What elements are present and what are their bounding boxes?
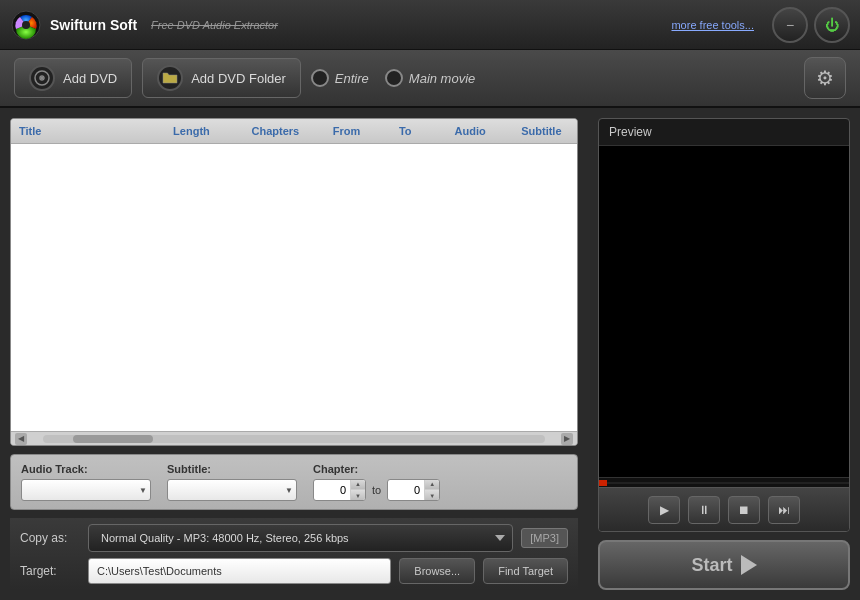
app-subtitle: Free DVD Audio Extractor <box>151 19 278 31</box>
chapter-to-wrap: ▲ ▼ <box>387 479 440 501</box>
scroll-left-arrow[interactable]: ◀ <box>15 433 27 445</box>
chapter-group: Chapter: ▲ ▼ to <box>313 463 440 501</box>
col-title: Title <box>11 123 150 139</box>
right-panel: Preview ▶ ⏸ ⏹ ⏭ St <box>588 108 860 600</box>
preview-screen <box>599 146 849 477</box>
table-scrollbar[interactable]: ◀ ▶ <box>11 431 577 445</box>
browse-button[interactable]: Browse... <box>399 558 475 584</box>
start-label: Start <box>691 555 732 576</box>
folder-icon <box>157 65 183 91</box>
app-name: Swifturn Soft <box>50 17 137 33</box>
gear-icon: ⚙ <box>816 66 834 90</box>
chapter-from-wrap: ▲ ▼ <box>313 479 366 501</box>
svg-point-4 <box>41 77 43 79</box>
table-header: Title Length Chapters From To Audio Subt… <box>11 119 577 144</box>
progress-track <box>599 482 849 483</box>
chapter-to-down[interactable]: ▼ <box>425 490 439 501</box>
dvd-icon <box>29 65 55 91</box>
radio-main-movie-circle <box>385 69 403 87</box>
add-dvd-button[interactable]: Add DVD <box>14 58 132 98</box>
play-button[interactable]: ▶ <box>648 496 680 524</box>
format-badge: [MP3] <box>521 528 568 548</box>
col-to: To <box>376 123 435 139</box>
add-dvd-label: Add DVD <box>63 71 117 86</box>
stop-button[interactable]: ⏹ <box>728 496 760 524</box>
preview-label: Preview <box>599 119 849 146</box>
chapter-to-up[interactable]: ▲ <box>425 479 439 490</box>
scroll-right-arrow[interactable]: ▶ <box>561 433 573 445</box>
power-button[interactable]: ⏻ <box>814 7 850 43</box>
add-dvd-folder-label: Add DVD Folder <box>191 71 286 86</box>
radio-main-movie[interactable]: Main movie <box>385 69 475 87</box>
power-icon: ⏻ <box>825 17 839 33</box>
start-button[interactable]: Start <box>598 540 850 590</box>
target-label: Target: <box>20 564 80 578</box>
stop-icon: ⏹ <box>738 503 750 517</box>
chapter-to-input[interactable] <box>388 482 424 498</box>
settings-button[interactable]: ⚙ <box>804 57 846 99</box>
minimize-button[interactable]: − <box>772 7 808 43</box>
add-dvd-folder-button[interactable]: Add DVD Folder <box>142 58 301 98</box>
left-panel: Title Length Chapters From To Audio Subt… <box>0 108 588 600</box>
target-path-input[interactable] <box>88 558 391 584</box>
chapter-from-spinners: ▲ ▼ <box>350 479 365 501</box>
player-controls: ▶ ⏸ ⏹ ⏭ <box>599 487 849 531</box>
chapter-from-down[interactable]: ▼ <box>351 490 365 501</box>
controls-area: Audio Track: ▼ Subtitle: ▼ Chapter: <box>10 454 578 510</box>
radio-entire-label: Entire <box>335 71 369 86</box>
start-triangle-icon <box>741 555 757 575</box>
progress-indicator <box>599 480 607 486</box>
col-chapters: Chapters <box>233 123 317 139</box>
audio-track-group: Audio Track: ▼ <box>21 463 151 501</box>
col-length: Length <box>150 123 234 139</box>
chapter-label: Chapter: <box>313 463 440 475</box>
chapter-from-up[interactable]: ▲ <box>351 479 365 490</box>
copy-as-label: Copy as: <box>20 531 80 545</box>
target-row: Target: Browse... Find Target <box>20 558 568 584</box>
chapter-row: ▲ ▼ to ▲ ▼ <box>313 479 440 501</box>
pause-icon: ⏸ <box>698 503 710 517</box>
minimize-icon: − <box>786 17 794 33</box>
scrollbar-thumb[interactable] <box>73 435 153 443</box>
col-from: From <box>317 123 376 139</box>
progress-bar[interactable] <box>599 477 849 487</box>
copy-row: Copy as: Normal Quality - MP3: 48000 Hz,… <box>20 524 568 552</box>
toolbar: Add DVD Add DVD Folder Entire Main movie… <box>0 50 860 108</box>
format-select[interactable]: Normal Quality - MP3: 48000 Hz, Stereo, … <box>88 524 513 552</box>
col-subtitle: Subtitle <box>506 123 577 139</box>
logo-area: Swifturn Soft Free DVD Audio Extractor <box>10 9 278 41</box>
chapter-to-spinners: ▲ ▼ <box>424 479 439 501</box>
find-target-button[interactable]: Find Target <box>483 558 568 584</box>
header: Swifturn Soft Free DVD Audio Extractor m… <box>0 0 860 50</box>
next-icon: ⏭ <box>778 503 790 517</box>
format-select-wrap: Normal Quality - MP3: 48000 Hz, Stereo, … <box>88 524 513 552</box>
bottom-bar: Copy as: Normal Quality - MP3: 48000 Hz,… <box>10 518 578 590</box>
more-tools-link[interactable]: more free tools... <box>671 19 754 31</box>
logo-icon <box>10 9 42 41</box>
mode-radio-group: Entire Main movie <box>311 69 475 87</box>
radio-main-movie-label: Main movie <box>409 71 475 86</box>
audio-track-label: Audio Track: <box>21 463 151 475</box>
next-button[interactable]: ⏭ <box>768 496 800 524</box>
col-audio: Audio <box>435 123 506 139</box>
radio-entire[interactable]: Entire <box>311 69 369 87</box>
svg-point-1 <box>22 21 30 29</box>
subtitle-group: Subtitle: ▼ <box>167 463 297 501</box>
audio-track-select-wrap: ▼ <box>21 479 151 501</box>
play-icon: ▶ <box>660 503 669 517</box>
preview-area: Preview ▶ ⏸ ⏹ ⏭ <box>598 118 850 532</box>
scrollbar-track[interactable] <box>43 435 545 443</box>
main-area: Title Length Chapters From To Audio Subt… <box>0 108 860 600</box>
audio-track-select[interactable] <box>21 479 151 501</box>
subtitle-select-wrap: ▼ <box>167 479 297 501</box>
controls-row: Audio Track: ▼ Subtitle: ▼ Chapter: <box>21 463 567 501</box>
radio-entire-circle <box>311 69 329 87</box>
subtitle-label: Subtitle: <box>167 463 297 475</box>
subtitle-select[interactable] <box>167 479 297 501</box>
table-area: Title Length Chapters From To Audio Subt… <box>10 118 578 446</box>
pause-button[interactable]: ⏸ <box>688 496 720 524</box>
chapter-from-input[interactable] <box>314 482 350 498</box>
table-body[interactable] <box>11 144 577 431</box>
chapter-to-label: to <box>372 484 381 496</box>
